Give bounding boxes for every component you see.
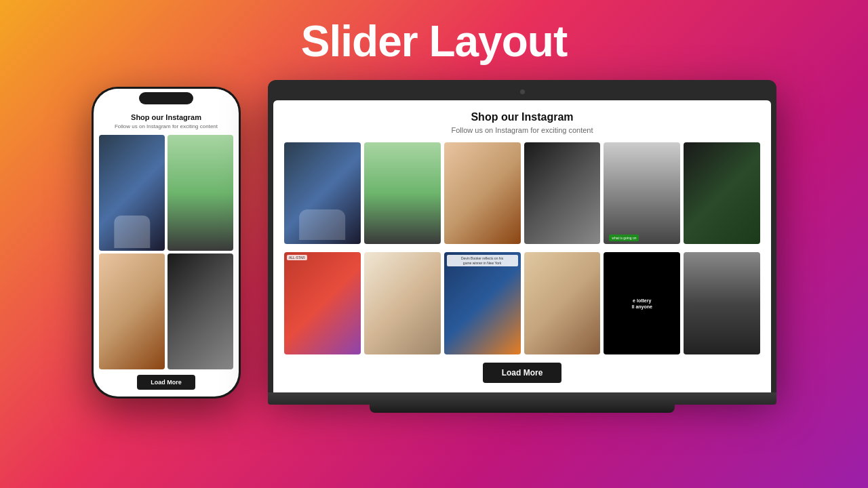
phone-shop-title: Shop our Instagram xyxy=(131,113,201,121)
laptop-grid-item-7[interactable]: ALL-STAR xyxy=(284,252,361,354)
phone-shop-subtitle: Follow us on Instagram for exciting cont… xyxy=(115,123,218,129)
phone-screen: Shop our Instagram Follow us on Instagra… xyxy=(94,89,239,396)
phone-grid-item-3[interactable] xyxy=(99,253,165,369)
laptop-grid-row1: what is going on xyxy=(284,142,760,244)
laptop-grid-item-5[interactable]: what is going on xyxy=(604,142,680,244)
laptop-grid-item-6[interactable] xyxy=(684,142,760,244)
laptop-camera-bar xyxy=(273,85,771,98)
phone-body: Shop our Instagram Follow us on Instagra… xyxy=(92,87,241,399)
laptop-grid-item-3[interactable] xyxy=(444,142,521,244)
laptop-load-more-button[interactable]: Load More xyxy=(483,363,562,383)
laptop-screen: Shop our Instagram Follow us on Instagra… xyxy=(273,100,771,392)
devices-container: Shop our Instagram Follow us on Instagra… xyxy=(0,80,868,413)
laptop-grid-row2: ALL-STAR Devin Booker reflects on hisgam… xyxy=(284,252,760,354)
laptop-grid-item-11[interactable]: e lotteryll anyone xyxy=(604,252,680,354)
laptop-grid-item-10[interactable] xyxy=(524,252,601,354)
laptop-camera xyxy=(520,89,525,94)
laptop-grid-item-12[interactable] xyxy=(684,252,760,354)
laptop-stand xyxy=(370,405,675,413)
phone-image-grid xyxy=(99,135,233,369)
phone-notch-bar xyxy=(94,89,239,108)
phone-grid-item-1[interactable] xyxy=(99,135,165,251)
page-title: Slider Layout xyxy=(301,16,567,66)
laptop-body: Shop our Instagram Follow us on Instagra… xyxy=(268,80,776,413)
phone-mockup: Shop our Instagram Follow us on Instagra… xyxy=(92,87,241,399)
phone-content: Shop our Instagram Follow us on Instagra… xyxy=(94,108,239,396)
laptop-frame: Shop our Instagram Follow us on Instagra… xyxy=(268,80,776,392)
lottery-text: e lotteryll anyone xyxy=(632,298,652,310)
laptop-shop-subtitle: Follow us on Instagram for exciting cont… xyxy=(284,126,760,134)
phone-notch xyxy=(139,92,193,104)
phone-grid-item-4[interactable] xyxy=(167,253,233,369)
laptop-mockup: Shop our Instagram Follow us on Instagra… xyxy=(268,80,776,413)
laptop-grid-item-2[interactable] xyxy=(364,142,441,244)
laptop-grid-item-9[interactable]: Devin Booker reflects on hisgame winner … xyxy=(444,252,521,354)
laptop-grid-item-1[interactable] xyxy=(284,142,361,244)
phone-load-more-button[interactable]: Load More xyxy=(137,375,195,390)
laptop-grid-item-8[interactable] xyxy=(364,252,441,354)
laptop-base xyxy=(268,392,776,405)
laptop-shop-title: Shop our Instagram xyxy=(284,111,760,123)
laptop-grid-item-4[interactable] xyxy=(524,142,601,244)
phone-grid-item-2[interactable] xyxy=(167,135,233,251)
